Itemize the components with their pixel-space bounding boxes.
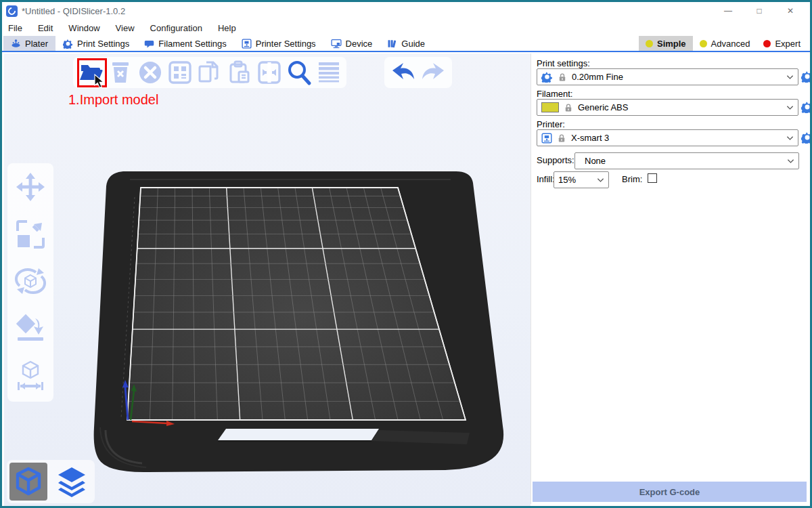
filament-gear-button[interactable]	[801, 101, 812, 113]
print-settings-value: 0.20mm Fine	[572, 72, 782, 82]
print-settings-select[interactable]: 0.20mm Fine	[537, 68, 798, 85]
view-switch-toolbar	[7, 460, 95, 503]
print-settings-gear-button[interactable]	[801, 70, 812, 83]
paste-button[interactable]	[225, 58, 254, 87]
export-gcode-button[interactable]: Export G-code	[533, 482, 807, 502]
chevron-down-icon	[787, 158, 794, 164]
app-window: *Untitled - QIDISlicer-1.0.2 — □ ✕ File …	[0, 0, 812, 508]
rotate-button[interactable]	[14, 266, 47, 299]
tab-plater[interactable]: Plater	[3, 36, 55, 51]
close-button[interactable]: ✕	[775, 3, 806, 19]
menu-bar: File Edit Window View Configuration Help	[2, 20, 810, 36]
printer-icon	[242, 39, 252, 49]
arrange-button[interactable]	[165, 58, 195, 87]
supports-value: None	[579, 156, 782, 166]
mode-switcher: Simple Advanced Expert	[639, 36, 807, 51]
tab-guide[interactable]: Guide	[380, 36, 432, 51]
title-bar: *Untitled - QIDISlicer-1.0.2 — □ ✕	[2, 2, 810, 20]
delete-all-icon	[138, 60, 162, 85]
brim-label: Brim:	[622, 174, 642, 184]
menu-edit[interactable]: Edit	[37, 23, 61, 33]
supports-label: Supports:	[537, 155, 574, 165]
infill-value: 15%	[558, 175, 592, 185]
rotate-icon	[14, 266, 47, 297]
mode-simple[interactable]: Simple	[639, 36, 693, 51]
infill-select[interactable]: 15%	[554, 171, 609, 188]
arrange-icon	[168, 60, 192, 85]
printer-value: X-smart 3	[571, 133, 782, 143]
search-icon	[286, 59, 313, 86]
copy-icon	[197, 60, 223, 85]
chevron-down-icon	[786, 105, 794, 110]
app-logo-icon	[6, 5, 18, 17]
mode-expert[interactable]: Expert	[757, 36, 807, 51]
undo-icon	[390, 60, 417, 85]
tab-printer-settings-label: Printer Settings	[256, 39, 316, 49]
redo-button[interactable]	[418, 58, 448, 87]
cube-3d-icon	[13, 466, 44, 497]
printer-select[interactable]: X-smart 3	[537, 129, 798, 146]
simple-dot-icon	[646, 40, 653, 47]
filament-value: Generic ABS	[578, 102, 782, 112]
split-objects-icon	[257, 60, 281, 85]
filament-icon	[144, 39, 154, 49]
tab-printer-settings[interactable]: Printer Settings	[234, 36, 323, 51]
object-toolbar	[73, 57, 346, 88]
tab-print-settings[interactable]: Print Settings	[55, 36, 137, 51]
maximize-button[interactable]: □	[744, 3, 775, 19]
trash-icon	[109, 60, 132, 85]
mouse-cursor-icon	[94, 74, 105, 89]
scene-3d-viewport[interactable]: 1.Import model	[4, 54, 531, 508]
printer-gear-button[interactable]	[801, 131, 812, 144]
history-toolbar	[384, 57, 452, 88]
move-icon	[15, 171, 46, 203]
lock-icon	[558, 72, 567, 82]
undo-button[interactable]	[388, 58, 418, 87]
expert-dot-icon	[763, 40, 771, 47]
editor-view-button[interactable]	[9, 463, 47, 501]
tab-filament-settings[interactable]: Filament Settings	[137, 36, 233, 51]
measure-button[interactable]	[15, 360, 46, 394]
brim-checkbox[interactable]	[648, 173, 657, 183]
settings-panel: Print settings: 0.20mm Fine Filament: Ge…	[531, 54, 808, 504]
scale-button[interactable]	[15, 219, 46, 253]
gear-icon	[541, 71, 553, 83]
filament-select[interactable]: Generic ABS	[537, 99, 798, 116]
print-bed	[4, 54, 531, 508]
tab-guide-label: Guide	[401, 39, 425, 49]
manipulation-toolbar	[7, 163, 53, 402]
place-on-face-button[interactable]	[15, 313, 46, 347]
search-button[interactable]	[284, 58, 314, 87]
filament-color-swatch	[541, 102, 559, 112]
split-to-objects-button[interactable]	[254, 58, 284, 87]
gear-icon	[63, 39, 73, 49]
delete-all-button[interactable]	[135, 58, 165, 87]
lock-icon	[564, 103, 573, 112]
layers-icon	[55, 465, 89, 499]
advanced-dot-icon	[700, 40, 707, 47]
print-settings-label: Print settings:	[537, 58, 590, 68]
tab-plater-label: Plater	[25, 39, 48, 49]
tab-print-settings-label: Print Settings	[77, 39, 129, 49]
place-on-face-icon	[15, 313, 46, 344]
printer-label: Printer:	[537, 119, 565, 129]
preview-view-button[interactable]	[53, 463, 91, 501]
menu-help[interactable]: Help	[217, 23, 244, 33]
menu-file[interactable]: File	[7, 23, 30, 33]
measure-icon	[15, 360, 46, 391]
menu-configuration[interactable]: Configuration	[150, 23, 210, 33]
minimize-button[interactable]: —	[713, 3, 744, 19]
variable-layer-height-button[interactable]	[314, 58, 344, 87]
mode-advanced-label: Advanced	[711, 39, 750, 49]
tab-device[interactable]: Device	[323, 36, 380, 51]
menu-window[interactable]: Window	[68, 23, 108, 33]
delete-button[interactable]	[106, 58, 135, 87]
tab-bar: Plater Print Settings Filament Settings …	[2, 36, 810, 52]
menu-view[interactable]: View	[115, 23, 143, 33]
paste-icon	[227, 60, 252, 85]
copy-button[interactable]	[195, 58, 225, 87]
mode-advanced[interactable]: Advanced	[693, 36, 757, 51]
guide-books-icon	[387, 39, 397, 49]
move-button[interactable]	[15, 171, 46, 205]
supports-select[interactable]: None	[574, 152, 799, 169]
